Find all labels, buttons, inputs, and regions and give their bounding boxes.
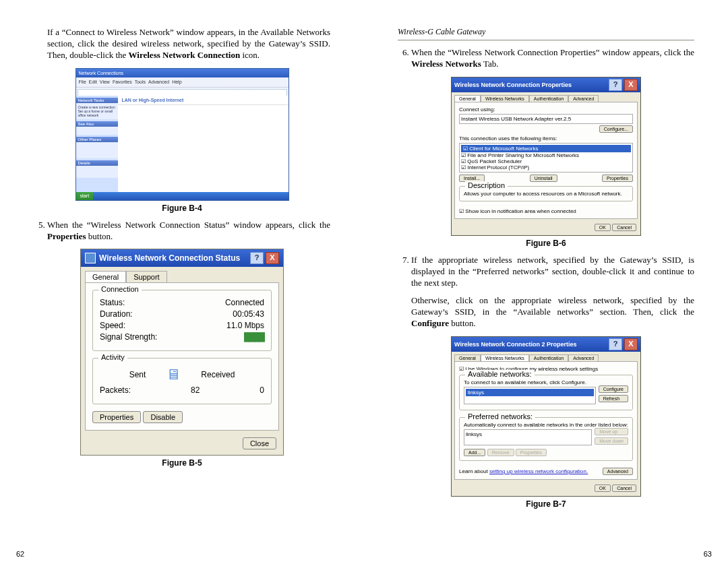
para-connect: If a “Connect to Wireless Network” windo…	[34, 27, 330, 61]
tab-support[interactable]: Support	[126, 271, 167, 282]
help-button[interactable]: ?	[609, 79, 622, 91]
disable-button[interactable]: Disable	[143, 411, 183, 423]
activity-icon: 🖥	[166, 366, 181, 383]
refresh-button[interactable]: Refresh	[599, 395, 628, 402]
uninstall-button[interactable]: Uninstall	[530, 175, 557, 182]
figure-b6-caption: Figure B-6	[398, 239, 694, 248]
side-panel: Network Tasks Create a new connectionSet…	[76, 96, 118, 192]
right-page: Wireless-G Cable Gateway When the “Wirel…	[398, 27, 694, 516]
figure-b7: Wireless Network Connection 2 Properties…	[451, 336, 641, 497]
add-button[interactable]: Add...	[464, 449, 485, 456]
close-button[interactable]: X	[624, 338, 638, 350]
tab-wireless[interactable]: Wireless Networks	[481, 95, 529, 102]
tab-wireless[interactable]: Wireless Networks	[481, 354, 529, 361]
figure-b4: Network Connections FileEditViewFavorite…	[75, 68, 289, 201]
configure-button[interactable]: Configure	[599, 385, 628, 393]
content-area: LAN or High-Speed Internet	[118, 96, 289, 192]
tab-adv[interactable]: Advanced	[568, 95, 599, 102]
moveup-button: Move up	[595, 428, 628, 435]
figure-b5: Wireless Network Connection Status ? X G…	[80, 249, 284, 456]
advanced-button[interactable]: Advanced	[603, 468, 633, 475]
figure-b5-caption: Figure B-5	[34, 458, 330, 468]
step-5: When the “Wireless Network Connection St…	[47, 220, 330, 243]
help-button[interactable]: ?	[609, 338, 622, 350]
close-button[interactable]: X	[624, 79, 638, 91]
left-page: If a “Connect to Wireless Network” windo…	[34, 27, 330, 474]
figure-b4-caption: Figure B-4	[34, 204, 330, 213]
tab-auth[interactable]: Authentication	[529, 354, 568, 361]
tab-auth[interactable]: Authentication	[529, 95, 568, 102]
figure-b6: Wireless Network Connection Properties ?…	[451, 77, 641, 236]
help-button[interactable]: ?	[250, 252, 264, 264]
tab-general[interactable]: General	[85, 271, 126, 282]
menu-bar: FileEditViewFavoritesToolsAdvancedHelp	[76, 77, 289, 88]
step-7b: Otherwise, click on the appropriate wire…	[398, 295, 694, 330]
cancel-button[interactable]: Cancel	[612, 485, 636, 492]
properties-button: Properties	[516, 449, 547, 456]
tab-general[interactable]: General	[454, 95, 481, 102]
cancel-button[interactable]: Cancel	[612, 224, 636, 231]
properties-button[interactable]: Properties	[602, 175, 633, 182]
page-number-right: 63	[704, 550, 712, 558]
close-button[interactable]: Close	[243, 437, 276, 449]
tab-adv[interactable]: Advanced	[568, 354, 599, 361]
ok-button[interactable]: OK	[595, 485, 611, 492]
window-title: Wireless Network Connection Status ? X	[81, 249, 283, 267]
tab-general[interactable]: General	[454, 354, 481, 361]
taskbar: start	[76, 192, 289, 200]
close-button[interactable]: X	[266, 252, 279, 264]
ok-button[interactable]: OK	[595, 224, 611, 231]
configure-button[interactable]: Configure...	[599, 125, 633, 133]
app-icon	[85, 253, 96, 263]
window-title: Network Connections	[76, 69, 289, 77]
signal-bars-icon: ████	[244, 332, 264, 342]
page-number-left: 62	[16, 550, 24, 558]
properties-button[interactable]: Properties	[92, 411, 141, 423]
remove-button: Remove	[487, 449, 514, 456]
figure-b7-caption: Figure B-7	[398, 499, 694, 509]
step-7a: If the appropriate wireless network, spe…	[411, 255, 694, 289]
movedown-button: Move down	[595, 437, 628, 445]
step-6: When the “Wireless Network Connection Pr…	[411, 47, 694, 70]
page-header: Wireless-G Cable Gateway	[398, 27, 694, 40]
network-item[interactable]: linksys	[466, 389, 594, 396]
